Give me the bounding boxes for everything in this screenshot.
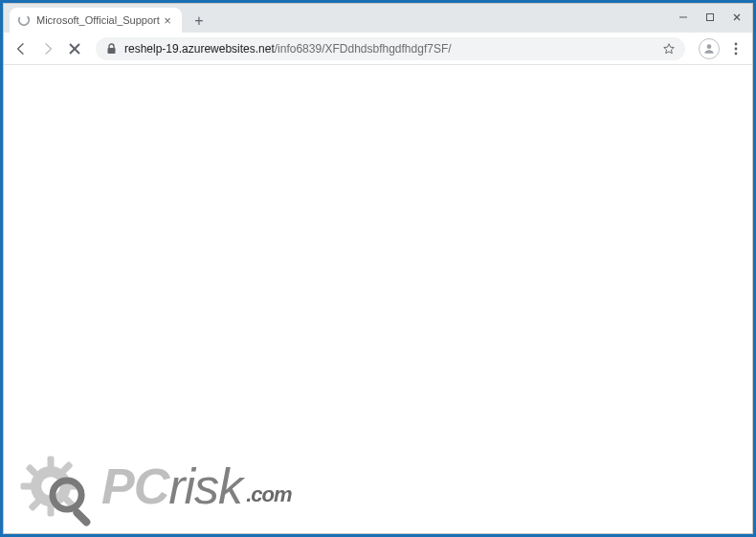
svg-point-22 <box>53 481 81 509</box>
url-text: reshelp-19.azurewebsites.net/info6839/XF… <box>124 42 662 56</box>
watermark-logo-icon <box>17 447 96 526</box>
window-close-button[interactable] <box>723 6 750 29</box>
svg-rect-2 <box>707 14 714 21</box>
url-path: /info6839/XFDdhdsbfhgdfhdgf7SF/ <box>275 42 452 56</box>
tab-strip: Microsoft_Official_Support × + <box>4 4 752 33</box>
forward-button[interactable] <box>36 37 59 60</box>
watermark-risk: risk <box>168 458 242 515</box>
svg-rect-13 <box>48 457 55 469</box>
svg-rect-23 <box>72 507 92 527</box>
watermark-text: PCrisk .com <box>101 458 291 515</box>
tab-title: Microsoft_Official_Support <box>36 14 161 26</box>
browser-menu-button[interactable] <box>725 37 746 60</box>
svg-point-10 <box>735 47 738 50</box>
browser-window: Microsoft_Official_Support × + <box>3 3 753 534</box>
profile-avatar-icon[interactable] <box>699 38 720 59</box>
browser-toolbar: reshelp-19.azurewebsites.net/info6839/XF… <box>4 33 752 65</box>
svg-point-11 <box>735 52 738 55</box>
window-maximize-button[interactable] <box>697 6 723 29</box>
back-button[interactable] <box>10 37 33 60</box>
watermark-dotcom: .com <box>246 482 291 507</box>
tab-close-icon[interactable]: × <box>161 13 174 28</box>
url-domain: reshelp-19.azurewebsites.net <box>124 42 275 56</box>
address-bar[interactable]: reshelp-19.azurewebsites.net/info6839/XF… <box>96 37 685 60</box>
browser-tab[interactable]: Microsoft_Official_Support × <box>10 8 182 33</box>
pcrisk-watermark: PCrisk .com <box>17 447 291 526</box>
window-minimize-button[interactable] <box>670 6 697 29</box>
magnifier-icon <box>46 474 101 529</box>
watermark-pc: PC <box>101 458 168 515</box>
svg-rect-15 <box>21 483 33 490</box>
tab-favicon-spinner-icon <box>17 13 31 27</box>
svg-rect-7 <box>107 48 115 54</box>
page-content: PCrisk .com <box>4 65 752 533</box>
window-controls <box>670 4 750 31</box>
svg-point-0 <box>19 15 30 26</box>
svg-point-8 <box>707 44 712 49</box>
bookmark-star-icon[interactable] <box>662 42 676 56</box>
new-tab-button[interactable]: + <box>188 10 211 33</box>
svg-point-9 <box>735 42 738 45</box>
stop-reload-button[interactable] <box>63 37 86 60</box>
lock-icon <box>105 43 117 55</box>
